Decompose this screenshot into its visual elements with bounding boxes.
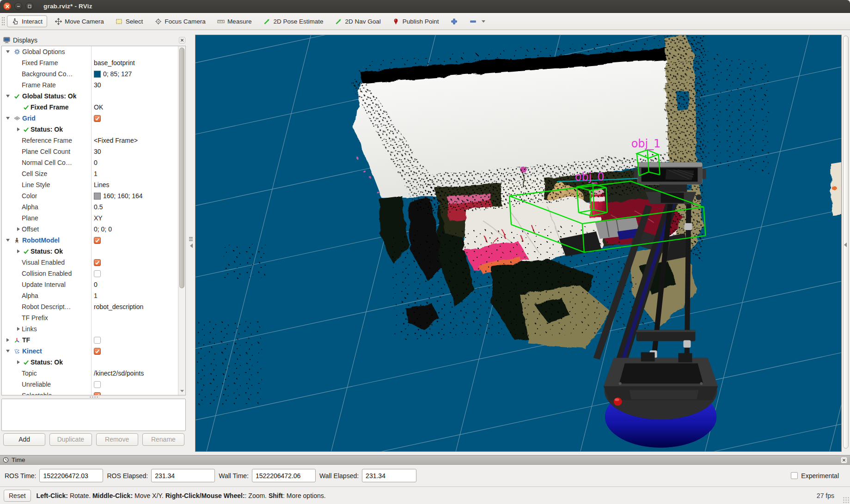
row-value[interactable]: [91, 124, 177, 135]
tree-row-line-style[interactable]: Line StyleLines: [2, 179, 177, 190]
expander-open-icon[interactable]: [4, 95, 12, 97]
row-value[interactable]: 0; 85; 127: [91, 68, 177, 79]
row-value[interactable]: [91, 113, 177, 124]
tree-row-fixed-frame[interactable]: Fixed Framebase_footprint: [2, 57, 177, 68]
toolbar-grip-handle[interactable]: [1, 17, 5, 26]
time-field-input[interactable]: 231.34: [362, 469, 416, 482]
row-value[interactable]: [91, 268, 177, 279]
minimize-button[interactable]: [14, 2, 22, 10]
checkbox-checked-icon[interactable]: [94, 237, 101, 244]
checkbox-unchecked[interactable]: [94, 381, 101, 388]
experimental-checkbox[interactable]: [791, 472, 798, 479]
displays-close-icon[interactable]: [179, 37, 185, 43]
row-value[interactable]: robot_description: [91, 301, 177, 312]
row-value[interactable]: [91, 235, 177, 246]
row-value[interactable]: [91, 346, 177, 357]
tree-row-offset[interactable]: Offset0; 0; 0: [2, 224, 177, 235]
duplicate-button[interactable]: Duplicate: [49, 433, 92, 446]
tool-2d-pose-estimate[interactable]: 2D Pose Estimate: [259, 16, 327, 27]
collapse-left-icon[interactable]: [190, 243, 193, 248]
checkbox-checked-icon[interactable]: [94, 392, 101, 396]
row-value[interactable]: base_footprint: [91, 57, 177, 68]
tree-row-tf[interactable]: TF: [2, 334, 177, 346]
time-close-icon[interactable]: [841, 457, 847, 463]
displays-panel-header[interactable]: Displays: [1, 35, 187, 46]
row-value[interactable]: OK: [91, 102, 177, 113]
tool-2d-nav-goal[interactable]: 2D Nav Goal: [330, 16, 385, 27]
row-value[interactable]: <Fixed Frame>: [91, 135, 177, 146]
row-value[interactable]: [91, 246, 177, 257]
close-button[interactable]: [3, 2, 11, 10]
tree-row-background-co[interactable]: Background Co…0; 85; 127: [2, 68, 177, 79]
row-value[interactable]: [91, 257, 177, 268]
checkbox-checked-icon[interactable]: [94, 259, 101, 266]
row-value[interactable]: [91, 91, 177, 102]
row-value[interactable]: [91, 312, 177, 323]
row-value[interactable]: [91, 379, 177, 390]
row-value[interactable]: [91, 390, 177, 395]
row-value[interactable]: 0: [91, 279, 177, 290]
tree-row-robot-descript[interactable]: Robot Descript…robot_description: [2, 301, 177, 312]
tree-resize-handle[interactable]: [1, 395, 187, 399]
tree-row-status-ok[interactable]: Status: Ok: [2, 246, 177, 257]
tree-row-unreliable[interactable]: Unreliable: [2, 379, 177, 390]
tool-select[interactable]: Select: [111, 16, 147, 27]
tree-row-collision-enabled[interactable]: Collision Enabled: [2, 268, 177, 279]
tree-row-selectable[interactable]: Selectable: [2, 390, 177, 395]
tree-row-reference-frame[interactable]: Reference Frame<Fixed Frame>: [2, 135, 177, 146]
tree-row-update-interval[interactable]: Update Interval0: [2, 279, 177, 290]
tree-row-fixed-frame[interactable]: Fixed FrameOK: [2, 102, 177, 113]
tree-row-plane-cell-count[interactable]: Plane Cell Count30: [2, 146, 177, 157]
reset-button[interactable]: Reset: [4, 490, 31, 502]
tool-focus-camera[interactable]: Focus Camera: [150, 16, 210, 27]
maximize-button[interactable]: [25, 2, 33, 10]
tree-row-status-ok[interactable]: Status: Ok: [2, 357, 177, 368]
displays-tree[interactable]: Global OptionsFixed Framebase_footprintB…: [1, 46, 186, 395]
expander-closed-icon[interactable]: [15, 360, 22, 364]
tree-row-cell-size[interactable]: Cell Size1: [2, 168, 177, 179]
right-panel-strip[interactable]: [842, 35, 850, 455]
row-value[interactable]: [91, 334, 177, 346]
3d-scene[interactable]: obj_0 obj_1: [196, 35, 841, 451]
row-value[interactable]: [91, 323, 177, 334]
remove-button[interactable]: Remove: [96, 433, 138, 446]
expander-closed-icon[interactable]: [15, 227, 22, 231]
expander-open-icon[interactable]: [4, 117, 12, 120]
checkbox-checked-icon[interactable]: [94, 348, 101, 355]
tree-row-kinect[interactable]: Kinect: [2, 346, 177, 357]
tree-row-global-options[interactable]: Global Options: [2, 46, 177, 57]
tree-row-visual-enabled[interactable]: Visual Enabled: [2, 257, 177, 268]
tree-row-color[interactable]: Color160; 160; 164: [2, 190, 177, 201]
time-panel-header[interactable]: Time: [0, 455, 850, 465]
scrollbar-down-icon[interactable]: [179, 388, 184, 394]
row-value[interactable]: 160; 160; 164: [91, 190, 177, 201]
dropdown-arrow-icon[interactable]: [482, 20, 485, 23]
expander-closed-icon[interactable]: [15, 249, 22, 253]
tool-add-tool-icon[interactable]: [446, 16, 462, 27]
tree-row-global-status-ok[interactable]: Global Status: Ok: [2, 91, 177, 102]
expander-open-icon[interactable]: [4, 350, 12, 352]
expander-open-icon[interactable]: [4, 50, 12, 53]
checkbox-unchecked[interactable]: [94, 337, 101, 344]
tool-interact[interactable]: Interact: [7, 15, 47, 27]
add-button[interactable]: Add: [3, 433, 45, 446]
tool-measure[interactable]: Measure: [213, 16, 256, 27]
tree-row-frame-rate[interactable]: Frame Rate30: [2, 79, 177, 91]
render-viewport[interactable]: obj_0 obj_1: [195, 35, 842, 452]
row-value[interactable]: 0; 0; 0: [91, 224, 177, 235]
tree-row-tf-prefix[interactable]: TF Prefix: [2, 312, 177, 323]
window-resize-grip[interactable]: [843, 497, 849, 503]
row-value[interactable]: [91, 357, 177, 368]
row-value[interactable]: XY: [91, 213, 177, 224]
checkbox-unchecked[interactable]: [94, 270, 101, 277]
tree-row-links[interactable]: Links: [2, 323, 177, 334]
row-value[interactable]: 1: [91, 168, 177, 179]
rename-button[interactable]: Rename: [142, 433, 184, 446]
tree-row-normal-cell-co[interactable]: Normal Cell Co…0: [2, 157, 177, 168]
tree-row-plane[interactable]: PlaneXY: [2, 213, 177, 224]
tree-row-alpha[interactable]: Alpha1: [2, 290, 177, 301]
expander-closed-icon[interactable]: [15, 327, 22, 331]
row-value[interactable]: 0: [91, 157, 177, 168]
time-field-input[interactable]: 1522206472.03: [39, 469, 103, 482]
tree-row-status-ok[interactable]: Status: Ok: [2, 124, 177, 135]
